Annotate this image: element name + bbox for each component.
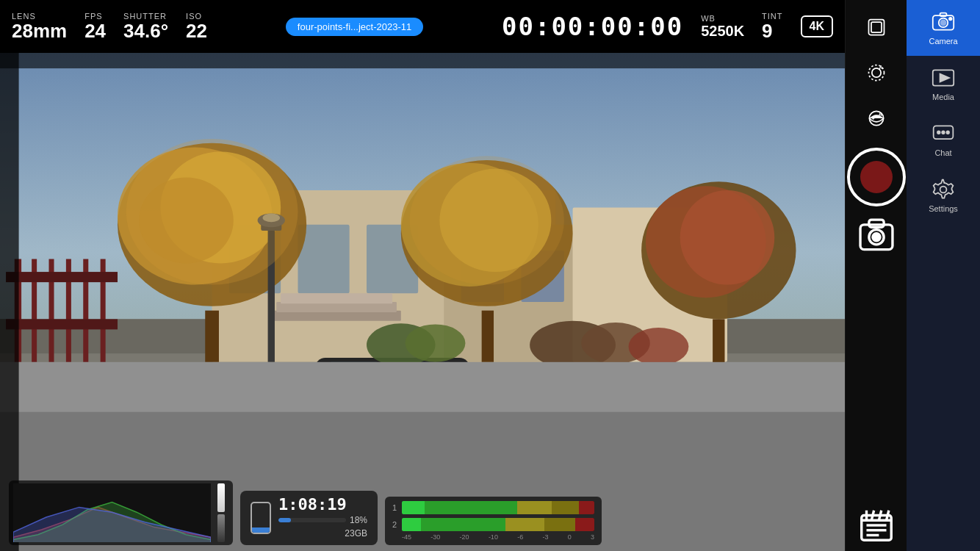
fps-value: 24 — [84, 21, 106, 42]
tint-value: 9 — [762, 21, 772, 42]
storage-gb: 23GB — [345, 528, 367, 539]
iso-display: ISO 22 — [186, 12, 207, 42]
hud-top-bar: LENS 28mm FPS 24 SHUTTER 34.6° ISO 22 fo… — [0, 0, 845, 53]
fps-display: FPS 24 — [84, 12, 106, 42]
svg-point-48 — [406, 324, 466, 361]
snapshot-button[interactable] — [857, 216, 896, 256]
svg-point-84 — [942, 131, 945, 134]
hud-bottom: 1:08:19 18% 23GB — [0, 480, 845, 551]
histogram-panel — [9, 480, 233, 545]
project-name-area: four-points-fi...ject-2023-11 — [225, 18, 484, 36]
snapshot-icon — [857, 216, 896, 256]
log-icon — [857, 505, 896, 545]
shutter-display: SHUTTER 34.6° — [123, 12, 168, 42]
auto-focus-icon: A — [866, 62, 887, 83]
svg-rect-55 — [0, 53, 845, 68]
record-button-area[interactable] — [846, 147, 907, 207]
battery-pct: 18% — [350, 515, 367, 525]
wb-value: 5250K — [701, 23, 744, 39]
log-button[interactable] — [857, 505, 896, 545]
shutter-value: 34.6° — [123, 21, 168, 42]
record-indicator — [860, 161, 893, 193]
lens-value: 28mm — [12, 21, 67, 42]
iso-label: ISO — [186, 12, 202, 21]
remaining-time: 1:08:19 — [278, 497, 367, 513]
chat-nav-icon — [932, 122, 955, 145]
timecode-display: 00:00:00:00 — [502, 12, 683, 41]
svg-text:A: A — [878, 112, 882, 117]
svg-rect-78 — [940, 13, 947, 16]
settings-nav-label: Settings — [929, 204, 958, 213]
record-button[interactable] — [847, 148, 906, 206]
frame-guide-icon — [866, 17, 887, 37]
camera-nav-label: Camera — [929, 37, 957, 46]
svg-rect-59 — [871, 22, 882, 32]
lens-label: LENS — [12, 12, 36, 21]
device-icon — [251, 502, 271, 534]
svg-marker-81 — [940, 74, 949, 82]
camera-nav-icon — [932, 10, 955, 34]
svg-point-86 — [940, 187, 947, 193]
storage-info: 1:08:19 18% 23GB — [278, 497, 367, 539]
svg-rect-54 — [0, 53, 19, 551]
project-name-badge[interactable]: four-points-fi...ject-2023-11 — [286, 18, 423, 36]
storage-panel: 1:08:19 18% 23GB — [240, 491, 378, 545]
exposure-icon: A — [866, 108, 887, 129]
nav-camera[interactable]: Camera — [907, 0, 980, 56]
audio-panel: 1 — [385, 497, 602, 545]
frame-guide-button[interactable] — [857, 7, 896, 47]
iso-value: 22 — [186, 21, 207, 42]
auto-focus-button[interactable]: A — [857, 53, 896, 93]
exposure-button[interactable]: A — [857, 98, 896, 138]
scene-svg — [0, 53, 845, 551]
audio-ch1-label: 1 — [392, 503, 398, 512]
right-nav-panel: Camera Media Chat — [907, 0, 980, 551]
svg-point-85 — [946, 131, 949, 134]
settings-nav-icon — [932, 178, 955, 201]
svg-rect-20 — [6, 272, 118, 282]
battery-progress-bar — [278, 518, 291, 522]
nav-settings[interactable]: Settings — [907, 168, 980, 223]
svg-rect-26 — [205, 311, 219, 362]
svg-point-33 — [680, 190, 775, 285]
nav-chat[interactable]: Chat — [907, 112, 980, 168]
svg-point-51 — [629, 328, 689, 365]
svg-rect-52 — [0, 362, 845, 414]
chat-nav-label: Chat — [934, 148, 951, 157]
svg-point-79 — [949, 18, 952, 21]
shutter-label: SHUTTER — [123, 12, 167, 21]
sidebar-container: A A — [845, 0, 980, 551]
media-nav-icon — [932, 66, 955, 90]
wb-label: WB — [701, 14, 716, 23]
nav-media[interactable]: Media — [907, 56, 980, 112]
wb-display: WB 5250K — [701, 14, 744, 39]
svg-text:A: A — [879, 65, 882, 70]
tint-display: TINT 9 — [762, 12, 782, 42]
svg-point-70 — [872, 234, 879, 241]
svg-rect-13 — [281, 293, 392, 303]
viewfinder: 1:08:19 18% 23GB — [0, 53, 845, 551]
lens-display: LENS 28mm — [12, 12, 67, 42]
svg-rect-30 — [482, 311, 494, 362]
resolution-badge: 4K — [801, 15, 833, 37]
svg-point-77 — [940, 20, 945, 25]
tint-label: TINT — [762, 12, 782, 21]
audio-ch2-label: 2 — [392, 520, 398, 529]
svg-point-83 — [937, 131, 940, 134]
media-nav-label: Media — [932, 93, 954, 101]
svg-rect-21 — [6, 319, 118, 329]
histogram-canvas — [13, 483, 211, 542]
left-tools-panel: A A — [845, 0, 907, 551]
svg-point-56 — [126, 139, 298, 285]
fps-label: FPS — [84, 12, 102, 21]
svg-point-57 — [409, 156, 563, 284]
